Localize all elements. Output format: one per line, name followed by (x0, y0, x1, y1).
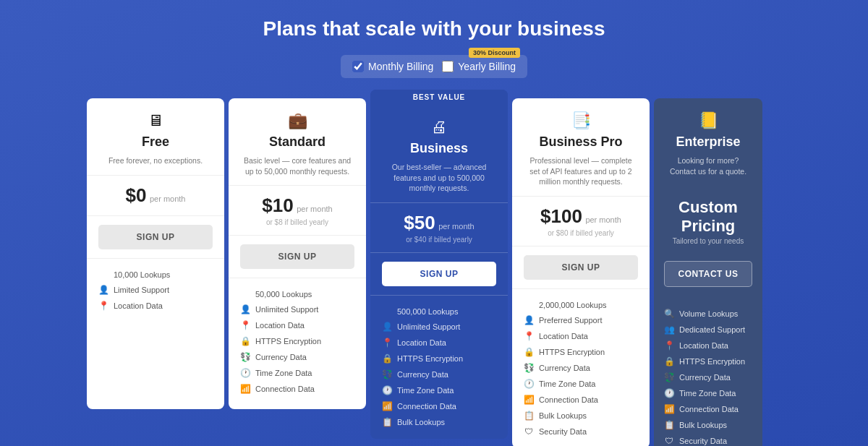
signup-button-business-pro[interactable]: SIGN UP (524, 255, 638, 280)
custom-pricing-label: Custom Pricing (664, 198, 752, 236)
feature-item: 📍 Location Data (98, 298, 213, 314)
feature-label: Connection Data (679, 405, 739, 413)
feature-icon: 💱 (664, 372, 674, 382)
feature-item: 📍 Location Data (664, 338, 752, 353)
feature-item: 🕐 Time Zone Data (664, 385, 752, 401)
custom-pricing-sub: Tailored to your needs (664, 237, 752, 245)
feature-label: 500,000 Lookups (397, 307, 458, 316)
feature-item: 🔒 HTTPS Encryption (240, 333, 354, 349)
feature-item: 👤 Preferred Support (524, 312, 638, 328)
feature-label: Connection Data (255, 385, 315, 393)
feature-item: 2,000,000 Lookups (524, 298, 638, 312)
feature-item: 📍 Location Data (240, 317, 354, 333)
plan-card-enterprise: 📒 Enterprise Looking for more? Contact u… (654, 98, 762, 446)
signup-button-standard[interactable]: SIGN UP (240, 244, 354, 269)
feature-item: 📋 Bulk Lookups (664, 417, 752, 433)
feature-icon: 👤 (98, 285, 109, 295)
feature-label: Bulk Lookups (539, 411, 587, 420)
feature-icon: 💱 (382, 369, 392, 379)
feature-icon: 📶 (382, 401, 392, 411)
price-period-standard: per month (297, 205, 333, 213)
yearly-billing-option[interactable]: Yearly Billing (442, 61, 516, 72)
signup-section-business-pro: SIGN UP (512, 246, 650, 289)
feature-item: 10,000 Lookups (98, 267, 213, 282)
feature-label: Volume Lookups (679, 309, 738, 318)
price-yearly-business-pro: or $80 if billed yearly (524, 229, 638, 237)
feature-item: 💱 Currency Data (524, 360, 638, 376)
feature-label: Location Data (679, 341, 728, 350)
page-container: Plans that scale with your business 30% … (0, 0, 868, 446)
feature-item: 📋 Bulk Lookups (524, 408, 638, 424)
plan-price-business-pro: $100 per month or $80 if billed yearly (512, 197, 650, 246)
contact-button[interactable]: CONTACT US (664, 261, 752, 287)
feature-label: Security Data (679, 437, 727, 445)
price-main-business: $50 (404, 212, 435, 233)
feature-label: 10,000 Lookups (114, 270, 170, 279)
plan-icon-free: 🖥 (98, 111, 213, 130)
price-period-free: per month (150, 194, 186, 203)
price-main-business-pro: $100 (540, 205, 582, 227)
feature-icon: 💱 (524, 363, 534, 373)
feature-label: Currency Data (397, 370, 448, 379)
billing-toggle: 30% Discount Monthly Billing Yearly Bill… (341, 55, 527, 78)
plan-description-standard: Basic level — core features and up to 50… (240, 155, 354, 176)
plan-card-standard: 💼 Standard Basic level — core features a… (229, 98, 366, 409)
feature-icon: 🕐 (240, 368, 250, 378)
feature-icon: 📶 (524, 395, 534, 405)
feature-item: 🕐 Time Zone Data (524, 376, 638, 392)
features-list-standard: 50,000 Lookups 👤 Unlimited Support 📍 Loc… (229, 278, 366, 406)
feature-icon: 🔒 (240, 336, 250, 346)
feature-label: Location Data (539, 332, 588, 340)
feature-icon: 🕐 (524, 379, 534, 389)
best-value-badge: BEST VALUE (370, 90, 508, 105)
feature-icon: 👤 (524, 315, 534, 325)
feature-label: Connection Data (397, 402, 456, 411)
feature-label: Location Data (255, 321, 305, 330)
feature-icon: 📍 (240, 320, 250, 330)
feature-item: 📍 Location Data (524, 328, 638, 344)
plan-description-enterprise: Looking for more? Contact us for a quote… (665, 155, 751, 176)
plan-price-standard: $10 per month or $8 if billed yearly (229, 186, 366, 236)
feature-label: 50,000 Lookups (255, 290, 312, 299)
signup-button-free[interactable]: SIGN UP (98, 225, 213, 249)
feature-icon: 📍 (98, 301, 109, 311)
monthly-billing-checkbox[interactable] (352, 61, 364, 72)
plan-header-business: 🖨 Business Our best-seller — advanced fe… (370, 105, 508, 203)
feature-label: 2,000,000 Lookups (539, 301, 607, 309)
feature-icon: 📋 (524, 411, 534, 421)
feature-icon: 🔍 (664, 309, 674, 319)
feature-icon: 🔒 (664, 356, 674, 366)
feature-icon: 📍 (382, 338, 392, 348)
feature-icon: 💱 (240, 352, 250, 362)
page-title: Plans that scale with your business (263, 17, 605, 40)
feature-label: Time Zone Data (679, 389, 736, 398)
plan-header-enterprise: 📒 Enterprise Looking for more? Contact u… (654, 98, 762, 185)
plan-header-standard: 💼 Standard Basic level — core features a… (229, 98, 366, 186)
feature-icon: 📶 (664, 404, 674, 414)
plan-name-business: Business (382, 141, 496, 156)
plan-price-free: $0 per month (87, 176, 224, 216)
feature-item: 💱 Currency Data (664, 369, 752, 385)
price-period-business-pro: per month (585, 215, 621, 224)
yearly-billing-checkbox[interactable] (442, 61, 454, 72)
feature-item: 🛡 Security Data (664, 433, 752, 446)
feature-item: 🕐 Time Zone Data (382, 382, 496, 398)
enterprise-price-section: Custom Pricing Tailored to your needs (654, 185, 762, 249)
discount-badge: 30% Discount (469, 48, 520, 58)
signup-button-business[interactable]: SIGN UP (382, 262, 496, 286)
feature-icon: 🔒 (382, 353, 392, 364)
plan-description-business-pro: Professional level — complete set of API… (524, 155, 638, 187)
feature-label: Unlimited Support (255, 305, 318, 314)
plan-icon-standard: 💼 (240, 111, 354, 130)
feature-item: 500,000 Lookups (382, 304, 496, 319)
monthly-billing-option[interactable]: Monthly Billing (352, 61, 433, 72)
plan-card-business: BEST VALUE 🖨 Business Our best-seller — … (370, 90, 508, 439)
feature-item: 💱 Currency Data (382, 366, 496, 382)
feature-label: Connection Data (539, 395, 598, 404)
feature-icon: 👤 (382, 322, 392, 332)
feature-icon: 🛡 (524, 426, 534, 437)
feature-label: Time Zone Data (539, 379, 595, 388)
signup-section-free: SIGN UP (87, 216, 224, 259)
plan-name-enterprise: Enterprise (665, 134, 751, 150)
feature-label: Time Zone Data (255, 369, 312, 377)
